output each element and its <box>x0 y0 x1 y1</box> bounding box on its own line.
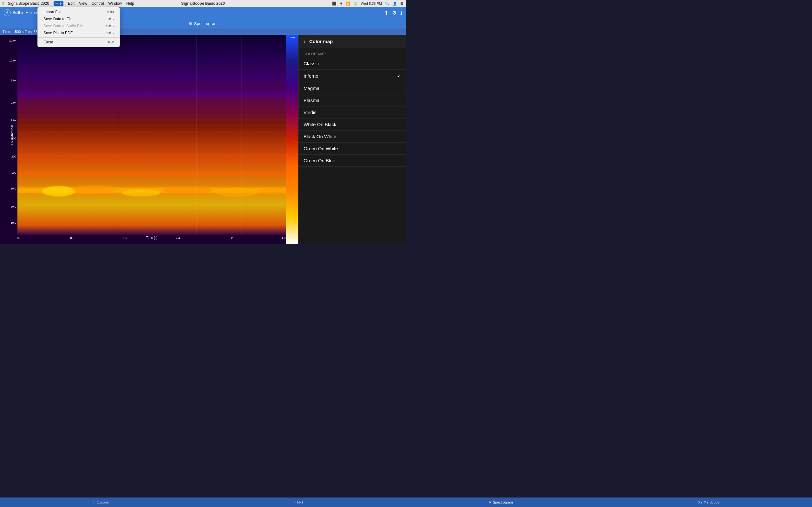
screen-share-icon: ⬛ <box>332 2 337 6</box>
list-icon: ☰ <box>400 2 403 6</box>
spectrogram-title: Spectrogram <box>194 21 217 26</box>
color-map-green-on-white[interactable]: Green On White <box>299 143 406 155</box>
freq-label-50: 50.0 <box>10 187 16 190</box>
save-pdf-item[interactable]: Save Plot to PDF ^⌘S <box>38 30 119 37</box>
window-title: SignalScope Basic 2020 <box>181 1 224 6</box>
color-map-classic[interactable]: Classic <box>299 58 406 70</box>
freq-label-10: 10.0 <box>10 221 16 224</box>
title-bar-right: ⬛ ✱ 📶 🔋 Wed 5:38 PM 🔍 👤 ☰ <box>332 2 403 6</box>
color-map-magma[interactable]: Magma <box>299 82 406 95</box>
color-map-plasma[interactable]: Plasma <box>299 95 406 107</box>
scale-bottom: -10.00 <box>289 240 297 243</box>
frequency-axis: 20.0k 10.0k 5.0k 2.0k 1.0k 500 200 100 5… <box>0 35 17 235</box>
color-scale: 10.00 0.0 -10.00 <box>286 35 298 244</box>
spectrogram-icon: ≋ <box>189 21 192 26</box>
svg-point-17 <box>163 186 212 194</box>
clock: Wed 5:38 PM <box>361 2 382 5</box>
color-map-section-header: COLOR MAP <box>299 48 406 58</box>
scale-mid: 0.0 <box>289 138 297 141</box>
title-bar-left:  SignalScope Basic 2020 File Edit View … <box>3 1 134 6</box>
title-bar:  SignalScope Basic 2020 File Edit View … <box>0 0 406 7</box>
selected-checkmark: ✓ <box>397 73 401 79</box>
edit-menu-item[interactable]: Edit <box>68 1 74 6</box>
color-map-inferno[interactable]: Inferno ✓ <box>299 70 406 82</box>
window-menu-item[interactable]: Window <box>108 1 122 6</box>
freq-label-1k: 1.0k <box>11 119 16 122</box>
color-scale-labels: 10.00 0.0 -10.00 <box>289 35 297 244</box>
import-file-item[interactable]: Import File ⇧⌘I <box>38 9 119 15</box>
user-icon: 👤 <box>393 2 397 6</box>
app-menu-item[interactable]: SignalScope Basic 2020 <box>8 1 49 6</box>
freq-label-20k: 20.0k <box>9 39 16 42</box>
freq-label-20: 20.0 <box>10 205 16 208</box>
apple-logo-icon:  <box>3 1 4 6</box>
color-map-white-on-black[interactable]: White On Black <box>299 118 406 130</box>
wifi-icon: 📶 <box>346 2 350 6</box>
save-data-item[interactable]: Save Data to File ⌘S <box>38 15 119 22</box>
frequency-axis-title: Frequency (Hz) <box>10 125 13 145</box>
color-map-viridis[interactable]: Viridis <box>299 107 406 118</box>
svg-point-14 <box>42 186 75 196</box>
help-menu-item[interactable]: Help <box>126 1 134 6</box>
close-item[interactable]: Close ⌘W <box>38 39 119 46</box>
view-menu-item[interactable]: View <box>79 1 87 6</box>
spectrogram-area: 20.0k 10.0k 5.0k 2.0k 1.0k 500 200 100 5… <box>0 35 286 244</box>
freq-label-2k: 2.0k <box>11 101 16 104</box>
file-menu-item[interactable]: File <box>54 1 63 6</box>
freq-label-10k: 10.0k <box>9 59 16 62</box>
control-menu-item[interactable]: Control <box>92 1 104 6</box>
svg-point-18 <box>215 188 258 196</box>
menu-bar: SignalScope Basic 2020 File Edit View Co… <box>8 1 134 6</box>
time-axis-title: Time (s) <box>17 236 286 239</box>
color-map-header: ‹ Color map <box>299 35 406 48</box>
freq-label-200: 200 <box>11 155 16 158</box>
svg-point-16 <box>121 189 160 196</box>
freq-label-5k: 5.0k <box>11 79 16 82</box>
mic-icon: 🎙 <box>4 9 11 16</box>
color-map-panel: ‹ Color map COLOR MAP Classic Inferno ✓ … <box>298 35 406 244</box>
svg-point-15 <box>72 185 116 194</box>
info-icon[interactable]: ℹ <box>400 10 402 16</box>
file-menu-dropdown: Import File ⇧⌘I Save Data to File ⌘S Sav… <box>38 7 120 47</box>
toolbar-right: ⬆ ⚙ ℹ <box>384 10 402 16</box>
save-audio-item: Save Data to Audio File ⇧⌘S <box>38 22 119 30</box>
export-icon[interactable]: ⬆ <box>384 10 388 16</box>
bluetooth-icon: ✱ <box>340 2 343 6</box>
scale-top: 10.00 <box>289 36 297 39</box>
search-icon[interactable]: 🔍 <box>385 2 390 6</box>
svg-point-19 <box>259 187 286 194</box>
freq-label-100: 100 <box>11 171 16 174</box>
settings-icon[interactable]: ⚙ <box>392 10 397 16</box>
color-map-title: Color map <box>309 39 333 44</box>
spectrogram-visualization <box>17 35 286 235</box>
color-map-black-on-white[interactable]: Black On White <box>299 130 406 143</box>
battery-icon: 🔋 <box>353 2 358 6</box>
color-map-green-on-blue[interactable]: Green On Blue <box>299 155 406 167</box>
back-button[interactable]: ‹ <box>304 38 305 45</box>
